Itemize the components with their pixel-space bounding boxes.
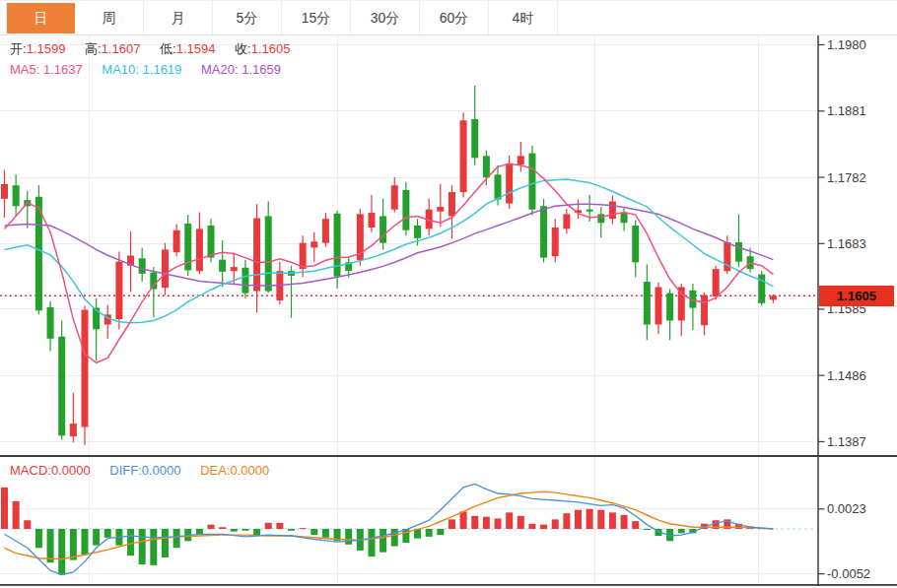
- grid-layer: [0, 35, 818, 584]
- high-value: 1.1607: [102, 41, 141, 56]
- candlestick-chart[interactable]: 1.19801.18811.17821.16831.15851.14861.13…: [0, 35, 897, 588]
- diff-label: DIFF:: [109, 463, 142, 478]
- timeframe-tabbar: 日周月5分15分30分60分4时: [0, 0, 897, 35]
- ma-readout: MA5: 1.1637 MA10: 1.1619 MA20: 1.1659: [10, 62, 297, 77]
- diff-value-readout: DIFF:0.0000: [109, 463, 180, 478]
- bottom-border: [0, 584, 897, 586]
- price-axis: 1.19801.18811.17821.16831.15851.14861.13…: [818, 37, 870, 581]
- ma10-value: 1.1619: [143, 62, 182, 77]
- tab-day[interactable]: 日: [6, 3, 75, 33]
- svg-text:-0.0052: -0.0052: [827, 566, 870, 581]
- dea-line: [5, 491, 774, 558]
- macd-value: 0.0000: [51, 463, 91, 478]
- svg-text:1.1782: 1.1782: [827, 170, 866, 185]
- svg-text:1.1980: 1.1980: [827, 37, 866, 52]
- diff-value: 0.0000: [142, 463, 181, 478]
- close-label: 收:: [235, 41, 251, 56]
- tab-15min[interactable]: 15分: [282, 1, 351, 34]
- low-label: 低:: [160, 41, 176, 56]
- macd-label: MACD:: [10, 463, 51, 478]
- low-readout: 低:1.1594: [160, 41, 215, 56]
- close-readout: 收:1.1605: [235, 41, 290, 56]
- dea-value: 0.0000: [231, 463, 270, 478]
- candles-layer: [1, 86, 777, 445]
- macd-histogram: [1, 488, 765, 575]
- tab-60min[interactable]: 60分: [420, 1, 489, 34]
- high-readout: 高:1.1607: [85, 41, 140, 56]
- ma10-label: MA10:: [102, 62, 139, 77]
- close-value: 1.1605: [251, 41, 291, 56]
- tab-30min[interactable]: 30分: [351, 1, 420, 34]
- ma20-readout: MA20: 1.1659: [201, 62, 281, 77]
- tab-week[interactable]: 周: [75, 1, 144, 34]
- ma20-value: 1.1659: [242, 62, 281, 77]
- tab-month[interactable]: 月: [144, 1, 213, 34]
- macd-value-readout: MACD:0.0000: [10, 463, 91, 478]
- open-label: 开:: [10, 41, 27, 56]
- ma5-label: MA5:: [10, 62, 39, 77]
- trading-chart-page: 日周月5分15分30分60分4时 1.19801.18811.17821.168…: [0, 0, 897, 588]
- svg-text:1.1387: 1.1387: [827, 434, 866, 449]
- ma10-readout: MA10: 1.1619: [102, 62, 181, 77]
- open-value: 1.1599: [27, 41, 66, 56]
- ma20-label: MA20:: [201, 62, 239, 77]
- tab-4hour[interactable]: 4时: [489, 1, 558, 34]
- svg-text:1.1486: 1.1486: [827, 368, 866, 383]
- low-value: 1.1594: [176, 41, 216, 56]
- svg-text:1.1881: 1.1881: [827, 103, 866, 118]
- svg-text:0.0023: 0.0023: [827, 501, 866, 516]
- high-label: 高:: [85, 41, 102, 56]
- dea-value-readout: DEA:0.0000: [200, 463, 269, 478]
- ohlc-readout: 开:1.1599 高:1.1607 低:1.1594 收:1.1605: [10, 40, 306, 58]
- tab-5min[interactable]: 5分: [213, 1, 282, 34]
- macd-readout: MACD:0.0000 DIFF:0.0000 DEA:0.0000: [10, 463, 285, 478]
- current-price-label: 1.1605: [819, 286, 894, 306]
- ma5-readout: MA5: 1.1637: [10, 62, 83, 77]
- dea-label: DEA:: [200, 463, 230, 478]
- ma5-value: 1.1637: [43, 62, 83, 77]
- svg-text:1.1683: 1.1683: [827, 236, 866, 251]
- panel-divider: [0, 455, 897, 457]
- open-readout: 开:1.1599: [10, 41, 65, 56]
